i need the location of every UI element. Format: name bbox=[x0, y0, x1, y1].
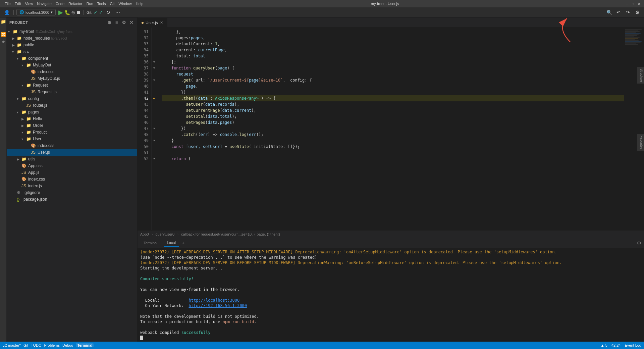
search-icon[interactable]: 🔍 bbox=[605, 8, 613, 16]
close-sidebar-icon[interactable]: ✕ bbox=[128, 19, 135, 26]
menu-navigate[interactable]: Navigate bbox=[35, 1, 53, 6]
activity-favorites-icon[interactable]: ★ bbox=[1, 39, 6, 44]
redo-icon[interactable]: ↷ bbox=[624, 8, 632, 16]
maximize-button[interactable]: □ bbox=[631, 1, 635, 6]
code-content[interactable]: }, pages:pages, defaultCurrent: 1, curre… bbox=[156, 28, 624, 230]
fold-arrow-42[interactable]: ● bbox=[152, 95, 156, 101]
callstack-queryuser0[interactable]: queryUser0 bbox=[155, 232, 174, 236]
menu-run[interactable]: Run bbox=[85, 1, 95, 6]
menu-view[interactable]: View bbox=[23, 1, 35, 6]
tree-mylayout-js[interactable]: JS MyLayOut.js bbox=[7, 75, 137, 82]
warnings-count[interactable]: ▲ 5 bbox=[601, 343, 607, 347]
menu-file[interactable]: File bbox=[3, 1, 13, 6]
fold-arrow-49[interactable]: ▾ bbox=[152, 138, 156, 144]
fold-arrow-37[interactable]: ▾ bbox=[152, 65, 156, 71]
tree-index-js[interactable]: JS index.js bbox=[7, 183, 137, 189]
fold-arrow-39[interactable]: ▾ bbox=[152, 77, 156, 83]
settings-icon[interactable]: ⚙ bbox=[633, 8, 641, 16]
menu-window[interactable]: Window bbox=[117, 1, 134, 6]
tree-request-js[interactable]: JS Request.js bbox=[7, 89, 137, 95]
fold-arrow-47[interactable]: ▾ bbox=[152, 126, 156, 132]
tree-utils[interactable]: ▶ 📁 utils bbox=[7, 156, 137, 162]
menu-git[interactable]: Git bbox=[108, 1, 117, 6]
line-num-44: 44 bbox=[138, 107, 149, 113]
git-more-icon[interactable]: ⋯ bbox=[114, 8, 122, 16]
git-branch-status[interactable]: ⎇ master* bbox=[3, 343, 21, 348]
tree-mylayout-css[interactable]: 🎨 index.css bbox=[7, 68, 137, 75]
tree-product[interactable]: ▾ 📁 Product bbox=[7, 129, 137, 136]
tree-user-css[interactable]: 🎨 index.css bbox=[7, 142, 137, 149]
menu-refactor[interactable]: Refactor bbox=[66, 1, 85, 6]
menu-edit[interactable]: Edit bbox=[13, 1, 23, 6]
settings-tree-icon[interactable]: ⚙ bbox=[121, 19, 127, 26]
tree-hello[interactable]: ▶ 📁 Hello bbox=[7, 115, 137, 122]
menu-tools[interactable]: Tools bbox=[95, 1, 108, 6]
activity-project-icon[interactable]: 📁 bbox=[1, 19, 6, 24]
tree-app-css[interactable]: 🎨 App.css bbox=[7, 162, 137, 169]
terminal-settings-icon[interactable]: ⚙ bbox=[637, 240, 641, 246]
tab-terminal[interactable]: Terminal bbox=[140, 239, 161, 247]
stop-button[interactable]: ⏹ bbox=[76, 10, 81, 15]
new-file-icon[interactable]: ⊕ bbox=[106, 19, 112, 26]
activity-commit-icon[interactable]: 🔀 bbox=[1, 32, 6, 37]
debug-tab-status[interactable]: Debug bbox=[62, 343, 73, 347]
todo-tab-status[interactable]: TODO bbox=[31, 343, 42, 347]
coverage-button[interactable]: ◎ bbox=[71, 10, 75, 15]
terminal-tab-status[interactable]: Terminal bbox=[76, 343, 94, 347]
run-button[interactable]: ▶ bbox=[58, 9, 63, 16]
line-num-41: 41 bbox=[138, 89, 149, 95]
line-num-39: 39 bbox=[138, 77, 149, 83]
tree-user-js[interactable]: JS User.js bbox=[7, 149, 137, 156]
new-terminal-button[interactable]: + bbox=[182, 240, 184, 246]
fold-arrow-52[interactable]: ▾ bbox=[152, 156, 156, 162]
git-refresh-icon[interactable]: ↻ bbox=[104, 8, 112, 16]
tree-order[interactable]: ▶ 📁 Order bbox=[7, 122, 137, 129]
git-checkmark-icon[interactable]: ✓ bbox=[94, 10, 98, 15]
tree-node-modules[interactable]: ▶ 📁 node_modules library root bbox=[7, 35, 137, 42]
tree-config[interactable]: ▾ 📁 config bbox=[7, 95, 137, 102]
localhost-link[interactable]: http://localhost:3000 bbox=[189, 298, 240, 303]
tree-app-js[interactable]: JS App.js bbox=[7, 169, 137, 176]
network-link[interactable]: http://192.168.56.1:3000 bbox=[189, 303, 247, 308]
public-arrow: ▶ bbox=[12, 43, 17, 47]
tree-mylayout[interactable]: ▾ 📁 MyLayOut bbox=[7, 62, 137, 68]
debug-button[interactable]: 🐛 bbox=[64, 10, 70, 15]
tree-request[interactable]: ▾ 📁 Request bbox=[7, 82, 137, 89]
server-selector[interactable]: 🌐 localhost:3000 ▾ bbox=[16, 9, 56, 15]
menu-code[interactable]: Code bbox=[54, 1, 66, 6]
product-arrow: ▾ bbox=[21, 131, 26, 134]
app-menu[interactable]: File Edit View Navigate Code Refactor Ru… bbox=[3, 1, 145, 6]
tree-gitignore[interactable]: ⚙ .gitignore bbox=[7, 189, 137, 196]
tree-component[interactable]: ▾ 📁 component bbox=[7, 55, 137, 62]
menu-help[interactable]: Help bbox=[134, 1, 146, 6]
mini-line-1 bbox=[625, 29, 642, 30]
user-css-label: index.css bbox=[38, 143, 54, 148]
tree-root[interactable]: ▾ 📁 my-front E:\Code\Coding\my-front bbox=[7, 28, 137, 35]
tree-router-js[interactable]: JS router.js bbox=[7, 102, 137, 109]
tab-user-js[interactable]: User.js ✕ bbox=[138, 18, 167, 27]
undo-icon[interactable]: ↶ bbox=[614, 8, 623, 16]
favorites-panel-label[interactable]: Favorites bbox=[637, 134, 644, 151]
close-button[interactable]: ✕ bbox=[637, 1, 641, 6]
problems-tab-status[interactable]: Problems bbox=[44, 343, 60, 347]
tab-local[interactable]: Local bbox=[164, 239, 179, 247]
minimize-button[interactable]: ─ bbox=[625, 1, 629, 6]
tree-user-folder[interactable]: ▾ 📁 User bbox=[7, 136, 137, 142]
callstack-callback[interactable]: callback for request.get('/user?curr...i… bbox=[181, 232, 280, 236]
structure-panel-label[interactable]: Structure bbox=[637, 67, 644, 84]
callstack-app0[interactable]: App0 bbox=[140, 232, 149, 236]
tab-close-button[interactable]: ✕ bbox=[160, 20, 163, 25]
fold-arrow-36[interactable]: ▾ bbox=[152, 59, 156, 65]
code-editor[interactable]: 31 32 33 34 35 36 37 38 39 40 41 42 43 4… bbox=[138, 28, 644, 230]
event-log-button[interactable]: Event Log bbox=[625, 343, 641, 347]
git-check2-icon[interactable]: ✓ bbox=[99, 10, 103, 15]
tree-package-json[interactable]: {} package.json bbox=[7, 196, 137, 203]
tree-index-css[interactable]: 🎨 index.css bbox=[7, 176, 137, 183]
collapse-all-icon[interactable]: ≡ bbox=[114, 19, 120, 26]
terminal-content[interactable]: (node:23072) [DEP_WEBPACK_DEV_SERVER_ON_… bbox=[138, 248, 644, 342]
tree-src[interactable]: ▾ 📁 src bbox=[7, 48, 137, 55]
git-tab-status[interactable]: Git bbox=[23, 343, 28, 347]
tree-public[interactable]: ▶ 📁 public bbox=[7, 42, 137, 48]
tree-pages[interactable]: ▾ 📁 pages bbox=[7, 109, 137, 115]
sidebar-header: Project ⊕ ≡ ⚙ ✕ bbox=[7, 17, 137, 28]
